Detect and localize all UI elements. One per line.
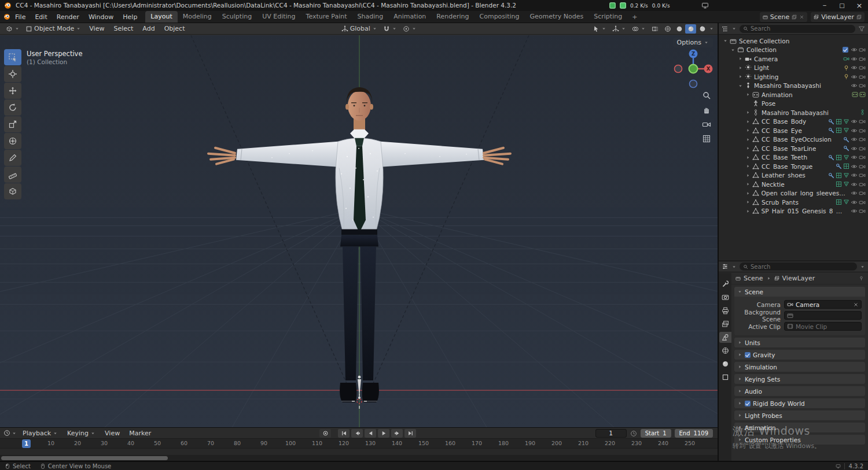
timeline-menu-item[interactable]: Marker [124, 430, 156, 437]
filter-icon[interactable] [858, 25, 865, 32]
hide-in-viewport-icon[interactable] [851, 64, 858, 71]
outliner-row[interactable]: CC_Base_Eye [719, 126, 868, 135]
shading-mode-button[interactable] [662, 24, 673, 34]
viewport-menu-item[interactable]: Select [109, 25, 138, 32]
camera-view-icon[interactable] [702, 120, 711, 129]
tool-button[interactable] [4, 83, 21, 99]
workspace-tab[interactable]: Animation [388, 11, 431, 23]
properties-search[interactable] [740, 262, 857, 271]
playhead[interactable]: 1 [22, 439, 31, 448]
timeline-menu-item[interactable]: Playback [18, 430, 62, 437]
outliner-search[interactable] [740, 25, 855, 33]
disable-in-renders-icon[interactable] [859, 199, 866, 206]
workspace-tab[interactable]: Rendering [431, 11, 474, 23]
timeline-scrollbar[interactable] [0, 455, 718, 461]
properties-section-header[interactable]: Custom Properties [734, 435, 865, 445]
expand-toggle[interactable] [745, 137, 751, 142]
outliner-row[interactable]: Pose [719, 99, 868, 109]
outliner-row[interactable]: Lighting [719, 72, 868, 82]
tool-button[interactable] [4, 183, 21, 199]
workspace-tab[interactable]: Sculpting [217, 11, 257, 23]
outliner-row[interactable]: Masahiro Tanabayashi [719, 82, 868, 91]
shading-mode-button[interactable] [674, 24, 685, 34]
hide-in-viewport-icon[interactable] [851, 190, 858, 197]
end-frame-field[interactable]: End 1109 [675, 429, 713, 438]
camera-field[interactable]: Camera [784, 300, 862, 309]
transform-orientation-dropdown[interactable]: Global [339, 25, 380, 32]
xray-toggle[interactable] [649, 25, 661, 32]
shading-dropdown-icon[interactable] [709, 26, 714, 31]
properties-section-header[interactable]: Rigid Body World [734, 398, 865, 408]
menu-item[interactable]: Edit [30, 13, 52, 21]
workspace-tab[interactable]: Modeling [178, 11, 217, 23]
outliner-row[interactable]: CC_Base_TearLine [719, 144, 868, 153]
outliner-row[interactable]: Light [719, 64, 868, 73]
gizmo-neg-x-axis[interactable] [675, 65, 682, 73]
properties-tab[interactable] [719, 305, 731, 316]
disable-in-renders-icon[interactable] [859, 127, 866, 134]
expand-toggle[interactable] [737, 65, 744, 71]
outliner-row[interactable]: Collection [719, 46, 868, 55]
auto-keying-button[interactable] [319, 429, 331, 438]
outliner-row[interactable]: Scrub_Pants [719, 198, 868, 207]
outliner-row[interactable]: CC_Base_EyeOcclusion [719, 135, 868, 145]
workspace-tab[interactable]: Scripting [589, 11, 627, 23]
background-scene-field[interactable] [784, 311, 862, 320]
workspace-tab[interactable]: Layout [145, 11, 177, 23]
proportional-editing-toggle[interactable] [400, 25, 419, 32]
timeline-ruler[interactable]: 1020304050607080901001101201301401501601… [0, 439, 718, 449]
minimize-button[interactable] [816, 0, 833, 11]
hide-in-viewport-icon[interactable] [851, 127, 858, 134]
scrollbar-thumb[interactable] [1, 456, 168, 460]
expand-toggle[interactable] [745, 209, 751, 214]
disable-in-renders-icon[interactable] [859, 190, 866, 197]
disable-in-renders-icon[interactable] [859, 163, 866, 170]
tool-button[interactable] [4, 166, 21, 183]
mode-dropdown[interactable]: Object Mode [23, 25, 83, 32]
new-scene-icon[interactable] [792, 14, 797, 20]
properties-tab[interactable] [719, 292, 731, 303]
expand-toggle[interactable] [745, 128, 751, 133]
menu-item[interactable]: Help [118, 13, 142, 21]
viewlayer-selector[interactable]: ViewLayer [811, 12, 865, 22]
maximize-button[interactable] [833, 0, 851, 11]
disable-in-renders-icon[interactable] [859, 136, 866, 143]
transport-button[interactable] [404, 429, 416, 438]
gizmos-dropdown[interactable] [610, 25, 628, 32]
hide-in-viewport-icon[interactable] [851, 55, 858, 62]
viewport-canvas[interactable]: User Perspective (1) Collection Options … [0, 35, 718, 427]
expand-toggle[interactable] [730, 47, 736, 53]
workspace-tab[interactable]: Compositing [475, 11, 525, 23]
hide-in-viewport-icon[interactable] [851, 163, 858, 170]
disable-in-renders-icon[interactable] [859, 82, 866, 89]
expand-toggle[interactable] [745, 92, 751, 97]
new-viewlayer-icon[interactable] [856, 14, 862, 20]
hide-in-viewport-icon[interactable] [851, 145, 858, 152]
properties-section-header[interactable]: Light Probes [734, 410, 865, 420]
properties-search-input[interactable] [751, 264, 854, 270]
properties-tab[interactable] [719, 358, 731, 369]
properties-section-header[interactable]: Animation [734, 423, 865, 432]
add-workspace-button[interactable]: + [627, 13, 642, 21]
properties-section-header[interactable]: Keying Sets [734, 374, 865, 384]
close-button[interactable] [851, 0, 868, 11]
expand-toggle[interactable] [745, 173, 751, 178]
outliner-row[interactable]: SP_Hair_015_Genesis_8_Male [719, 207, 868, 216]
pan-hand-icon[interactable] [702, 105, 711, 114]
expand-toggle[interactable] [745, 146, 751, 151]
transport-button[interactable] [391, 429, 403, 438]
hide-in-viewport-icon[interactable] [851, 136, 858, 143]
properties-tab[interactable] [719, 319, 731, 330]
unlink-scene-icon[interactable] [799, 14, 804, 20]
timeline-track-area[interactable] [0, 449, 718, 455]
workspace-tab[interactable]: Texture Paint [301, 11, 352, 23]
disable-in-renders-icon[interactable] [859, 73, 866, 80]
properties-section-header[interactable]: Gravity [734, 350, 865, 360]
collection-checkbox[interactable] [843, 47, 848, 53]
expand-toggle[interactable] [737, 74, 744, 79]
hide-in-viewport-icon[interactable] [851, 46, 858, 53]
viewport-menu-item[interactable]: Object [160, 25, 190, 32]
outliner-row[interactable]: CC_Base_Tongue [719, 162, 868, 171]
chevron-down-icon[interactable] [731, 264, 737, 269]
disable-in-renders-icon[interactable] [859, 145, 866, 152]
